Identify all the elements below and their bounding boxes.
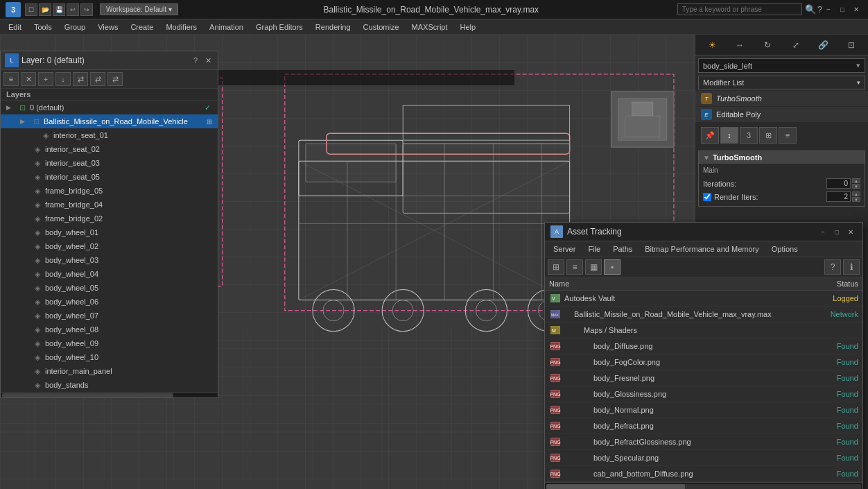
layer-item-body-wheel-07[interactable]: ◈ body_wheel_07 [1, 309, 218, 323]
layer-item-interior-seat-03[interactable]: ◈ interior_seat_03 [1, 156, 218, 170]
layers-toolbar-swap3[interactable]: ⇄ [107, 72, 123, 86]
layers-toolbar-swap2[interactable]: ⇄ [90, 72, 105, 86]
asset-row-body-normal[interactable]: PNG body_Normal.png Found [545, 402, 862, 418]
ts-iterations-input[interactable]: ▲ ▼ [826, 178, 860, 189]
menu-create[interactable]: Create [125, 22, 159, 33]
close-button[interactable]: ✕ [850, 3, 862, 16]
layer-item-interior-main-panel[interactable]: ◈ interior_main_panel [1, 364, 218, 378]
asset-row-body-fogcolor[interactable]: PNG body_FogColor.png Found [545, 354, 862, 370]
ts-collapse-icon[interactable]: ▼ [703, 154, 710, 162]
asset-toolbar-help[interactable]: ? [824, 259, 841, 275]
layers-toolbar-settings[interactable]: ≡ [3, 72, 19, 86]
asset-menu-bitmap[interactable]: Bitmap Performance and Memory [639, 243, 764, 255]
open-icon[interactable]: 📂 [39, 3, 51, 16]
asset-menu-file[interactable]: File [582, 243, 606, 255]
layer-item-body-wheel-03[interactable]: ◈ body_wheel_03 [1, 253, 218, 267]
menu-views[interactable]: Views [92, 22, 123, 33]
object-name-dropdown[interactable]: ▾ [856, 61, 860, 70]
asset-row-body-refractglossiness[interactable]: PNG body_RefractGlossiness.png Found [545, 434, 862, 450]
ts-render-checkbox[interactable] [703, 193, 711, 201]
ts-iterations-down[interactable]: ▼ [852, 184, 860, 189]
rp-icon-move[interactable]: ↔ [732, 37, 747, 53]
workspace-button[interactable]: Workspace: Default ▾ [100, 3, 178, 15]
asset-row-body-specular[interactable]: PNG body_Specular.png Found [545, 450, 862, 466]
rp-icon-link[interactable]: 🔗 [816, 37, 831, 53]
menu-group[interactable]: Group [59, 22, 92, 33]
layer-item-frame-bridge-05[interactable]: ◈ frame_bridge_05 [1, 184, 218, 198]
layer-item-body-wheel-09[interactable]: ◈ body_wheel_09 [1, 336, 218, 350]
asset-scrollbar[interactable] [545, 482, 862, 489]
rp-icon-rotate[interactable]: ↻ [760, 37, 775, 53]
layer-item-body-stands[interactable]: ◈ body_stands [1, 378, 218, 392]
menu-graph-editors[interactable]: Graph Editors [250, 22, 309, 33]
asset-toolbar-btn-detail[interactable]: ▦ [585, 259, 602, 275]
menu-tools[interactable]: Tools [28, 22, 58, 33]
layer-item-body-wheel-02[interactable]: ◈ body_wheel_02 [1, 239, 218, 253]
asset-row-body-diffuse[interactable]: PNG body_Diffuse.png Found [545, 338, 862, 354]
layer-item-body-wheel-04[interactable]: ◈ body_wheel_04 [1, 267, 218, 281]
asset-toolbar-btn-list[interactable]: ≡ [566, 259, 583, 275]
layers-scrollbar[interactable] [1, 392, 218, 397]
layers-toolbar-swap1[interactable]: ⇄ [73, 72, 88, 86]
menu-help[interactable]: Help [455, 22, 482, 33]
ts-iterations-field[interactable] [826, 178, 851, 189]
rp-btn-list[interactable]: ≡ [779, 127, 797, 144]
asset-tracking-close[interactable]: ✕ [844, 225, 857, 238]
minimize-button[interactable]: − [822, 3, 835, 16]
save-icon[interactable]: 💾 [53, 3, 65, 16]
asset-row-body-refract[interactable]: PNG body_Refract.png Found [545, 418, 862, 434]
menu-edit[interactable]: Edit [3, 22, 27, 33]
search-input[interactable] [677, 3, 802, 15]
layer-item-body-wheel-08[interactable]: ◈ body_wheel_08 [1, 323, 218, 336]
redo-icon[interactable]: ↪ [80, 3, 93, 16]
menu-animation[interactable]: Animation [204, 22, 249, 33]
layer-item-frame-bridge-04[interactable]: ◈ frame_bridge_04 [1, 198, 218, 212]
menu-customize[interactable]: Customize [358, 22, 405, 33]
asset-toolbar-btn-grid[interactable]: ⊞ [548, 259, 564, 275]
layers-toolbar-add[interactable]: + [38, 72, 53, 86]
maximize-button[interactable]: □ [836, 3, 849, 16]
layer-item-frame-bridge-02[interactable]: ◈ frame_bridge_02 [1, 212, 218, 225]
rp-icon-sun[interactable]: ☀ [704, 37, 720, 53]
asset-tracking-maximize[interactable]: □ [831, 225, 843, 238]
layer-item-0-default[interactable]: ▶ ⊡ 0 (default) ✓ [1, 101, 218, 114]
menu-modifiers[interactable]: Modifiers [160, 22, 202, 33]
layers-close-button[interactable]: ✕ [202, 55, 214, 66]
asset-row-max[interactable]: MAX Ballistic_Missile_on_Road_Mobile_Veh… [545, 307, 862, 323]
asset-tracking-minimize[interactable]: − [817, 225, 829, 238]
rp-btn-3d[interactable]: 3 [740, 127, 758, 144]
asset-row-body-glossiness[interactable]: PNG body_Glossiness.png Found [545, 386, 862, 402]
new-icon[interactable]: ☐ [25, 3, 37, 16]
layer-item-body-wheel-10[interactable]: ◈ body_wheel_10 [1, 350, 218, 364]
ts-render-down[interactable]: ▼ [852, 197, 860, 202]
ts-render-iters-input[interactable]: ▲ ▼ [826, 191, 860, 202]
asset-row-cab-diffuse[interactable]: PNG cab_and_bottom_Diffuse.png Found [545, 466, 862, 482]
help-icon[interactable]: ? [817, 4, 822, 15]
layer-item-body-wheel-06[interactable]: ◈ body_wheel_06 [1, 295, 218, 309]
asset-menu-server[interactable]: Server [548, 243, 581, 255]
layer-item-body-wheel-05[interactable]: ◈ body_wheel_05 [1, 281, 218, 295]
ts-iterations-up[interactable]: ▲ [852, 178, 860, 183]
rp-icon-scale[interactable]: ⤢ [788, 37, 804, 53]
search-icon[interactable]: 🔍 [805, 4, 816, 15]
rp-btn-move2[interactable]: ↕ [720, 127, 738, 144]
asset-toolbar-info[interactable]: ℹ [843, 259, 860, 275]
layer-item-interior-seat-01[interactable]: ◈ interior_seat_01 [1, 128, 218, 142]
ts-render-up[interactable]: ▲ [852, 191, 860, 196]
asset-row-body-fresnel[interactable]: PNG body_Fresnel.png Found [545, 370, 862, 386]
asset-menu-paths[interactable]: Paths [607, 243, 638, 255]
layers-toolbar-delete[interactable]: ✕ [21, 72, 36, 86]
layer-item-interior-seat-05[interactable]: ◈ interior_seat_05 [1, 170, 218, 184]
ts-render-iters-field[interactable] [826, 191, 851, 202]
modifier-turbosmooth[interactable]: T TurboSmooth [695, 91, 868, 107]
asset-row-vault[interactable]: V Autodesk Vault Logged [545, 291, 862, 307]
modifier-list-header[interactable]: Modifier List ▾ [698, 76, 865, 89]
modifier-editable-poly[interactable]: E Editable Poly [695, 107, 868, 123]
menu-maxscript[interactable]: MAXScript [406, 22, 453, 33]
asset-row-maps[interactable]: M Maps / Shaders [545, 323, 862, 338]
rp-btn-grid2[interactable]: ⊞ [759, 127, 777, 144]
layer-item-body-wheel-01[interactable]: ◈ body_wheel_01 [1, 225, 218, 239]
object-name-field[interactable]: body_side_left ▾ [698, 58, 865, 73]
layer-item-interior-seat-02[interactable]: ◈ interior_seat_02 [1, 142, 218, 156]
undo-icon[interactable]: ↩ [67, 3, 79, 16]
